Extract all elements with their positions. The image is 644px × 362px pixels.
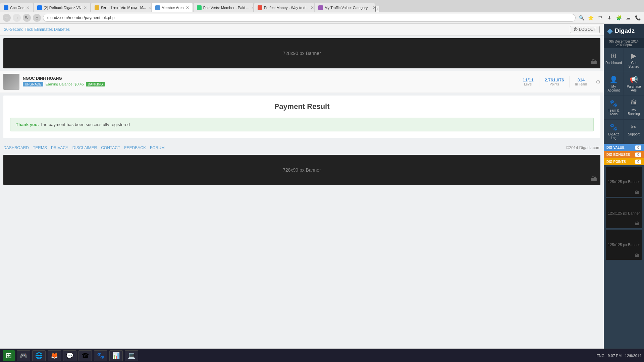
tab-favicon-coccoc	[4, 5, 8, 10]
sidebar-item-team-tools[interactable]: 🐾 Team & Tools	[604, 96, 624, 120]
small-banner-3-text: 125x125 px Banner	[608, 243, 640, 247]
taskbar-app-excel[interactable]: 📊	[109, 350, 123, 361]
download-icon[interactable]: ⬇	[606, 14, 613, 21]
earning-value: $0.45	[74, 82, 84, 86]
earning-balance: Earning Balance: $0.45	[45, 82, 84, 86]
ext-icon1[interactable]: 🧩	[615, 14, 623, 21]
tab-coccoc[interactable]: Coc Coc ✕	[0, 3, 33, 12]
start-button[interactable]: ⊞	[3, 350, 15, 361]
sidebar-item-my-account[interactable]: 👤 My Account	[604, 72, 624, 96]
logout-button[interactable]: ⏻ LOGOUT	[570, 26, 600, 33]
small-banner-2[interactable]: 125x125 px Banner 🏔	[606, 198, 642, 228]
tab-close-perfect[interactable]: ✕	[311, 5, 314, 10]
tab-favicon-paidverts	[197, 5, 202, 10]
top-banner[interactable]: 728x90 px Banner 🏔	[3, 38, 600, 68]
dig-value-count: 0	[635, 145, 641, 150]
tab-label-fb: (2) Refback Digadz.VN	[44, 6, 82, 10]
tab-favicon-traffic	[318, 5, 323, 10]
tab-fb[interactable]: (2) Refback Digadz.VN ✕	[34, 3, 91, 12]
bottom-banner[interactable]: 728x90 px Banner 🏔	[3, 155, 600, 185]
new-tab-button[interactable]: +	[375, 6, 379, 12]
taskbar-right: ENG 9:07 PM 12/9/2014	[596, 354, 641, 358]
footer-link-disclaimer[interactable]: DISCLAIMER	[72, 145, 97, 150]
small-banner-3[interactable]: 125x125 px Banner 🏔	[606, 230, 642, 260]
refresh-button[interactable]: ↻	[23, 14, 31, 22]
back-button[interactable]: ←	[3, 14, 11, 22]
settings-gear-icon[interactable]: ⚙	[596, 79, 600, 85]
tab-kiemtien[interactable]: Kiếm Tiền Trên Mạng - M... ✕	[91, 3, 151, 12]
sidebar-item-digadz-log[interactable]: 🐾 DigAdz Log	[604, 120, 624, 143]
support-icon: ✂	[631, 123, 637, 131]
sidebar-item-purchase-ads[interactable]: 📢 Purchase Ads	[624, 72, 644, 96]
skype-icon: ☎	[82, 352, 89, 359]
dig-points-count: 0	[635, 160, 641, 164]
tab-close-fb[interactable]: ✕	[84, 5, 87, 10]
dig-value-bar[interactable]: DIG VALUE 0	[604, 144, 644, 151]
ext-icon2[interactable]: ☁	[625, 14, 632, 21]
small-banner-3-icon: 🏔	[635, 252, 639, 258]
page-title: Payment Result	[10, 102, 594, 111]
footer-link-forum[interactable]: FORUM	[150, 145, 165, 150]
home-button[interactable]: ⌂	[33, 14, 41, 22]
sidebar-item-dashboard[interactable]: ⊞ Dashboard	[604, 48, 624, 72]
dashboard-icon: ⊞	[611, 52, 616, 60]
taskbar-app-chat[interactable]: 💬	[63, 350, 76, 361]
page-content: 30-Second Trick Eliminates Diabetes ⏻ LO…	[0, 24, 644, 362]
tab-perfect[interactable]: Perfect Money - Way to d... ✕	[254, 3, 314, 12]
sidebar-header: ◆ Digadz	[604, 24, 644, 38]
skype-icon[interactable]: 📞	[634, 14, 641, 21]
taskbar-app-game[interactable]: 🎮	[17, 350, 30, 361]
small-banner-1[interactable]: 125x125 px Banner 🏔	[606, 167, 642, 197]
shield-icon[interactable]: 🛡	[596, 14, 604, 21]
tab-close-kiemtien[interactable]: ✕	[148, 5, 151, 10]
tab-close-coccoc[interactable]: ✕	[26, 5, 30, 10]
tool-icon: 🐾	[97, 352, 104, 359]
sidebar-item-get-started[interactable]: ▶ Get Started	[624, 48, 644, 72]
upgrade-badge[interactable]: UPGRADE	[23, 82, 43, 86]
logout-label: LOGOUT	[579, 27, 596, 32]
taskbar-app-skype[interactable]: ☎	[78, 350, 92, 361]
bottom-banner-icon: 🏔	[591, 175, 597, 182]
my-banking-icon: 🏛	[631, 99, 637, 107]
tab-close-member[interactable]: ✕	[186, 5, 189, 10]
banking-badge[interactable]: BANKING	[86, 82, 105, 86]
taskbar-app-firefox[interactable]: 🦊	[48, 350, 61, 361]
dig-points-bar[interactable]: DIG POINTS 0	[604, 158, 644, 165]
tab-label-paidverts: PaidVerts: Member - Paid ...	[203, 6, 250, 10]
tab-close-traffic[interactable]: ✕	[373, 5, 375, 10]
forward-button[interactable]: →	[13, 14, 21, 22]
tab-label-perfect: Perfect Money - Way to d...	[264, 6, 309, 10]
firefox-icon: 🦊	[51, 352, 58, 359]
tab-member[interactable]: Member Area ✕	[152, 3, 193, 12]
taskbar-app-folder[interactable]: 💻	[125, 350, 138, 361]
footer-link-feedback[interactable]: FEEDBACK	[124, 145, 146, 150]
user-name: NGOC DINH HOANG	[23, 76, 514, 81]
star-icon[interactable]: ⭐	[587, 14, 594, 21]
tab-traffic[interactable]: My Traffic Value: Category... ✕	[315, 3, 375, 12]
my-account-icon: 👤	[609, 75, 618, 83]
tab-label-member: Member Area	[162, 6, 184, 10]
dig-value-label: DIG VALUE	[606, 146, 625, 149]
footer-link-privacy[interactable]: PRIVACY	[51, 145, 68, 150]
footer-link-contact[interactable]: CONTACT	[101, 145, 120, 150]
taskbar-app-chrome[interactable]: 🌐	[32, 350, 46, 361]
tab-paidverts[interactable]: PaidVerts: Member - Paid ... ✕	[193, 3, 254, 12]
footer-link-terms[interactable]: TERMS	[33, 145, 47, 150]
chrome-icon: 🌐	[35, 352, 43, 359]
sidebar-item-my-banking[interactable]: 🏛 My Banking	[624, 96, 644, 120]
sidebar-label-digadz-log: DigAdz Log	[605, 132, 622, 140]
dig-bonuses-bar[interactable]: DIG BONUSES 0	[604, 151, 644, 158]
footer-link-dashboard[interactable]: DASHBOARD	[3, 145, 29, 150]
success-message: The payment has been successfully regist…	[40, 122, 130, 127]
game-icon: 🎮	[20, 352, 27, 359]
small-banner-2-text: 125x125 px Banner	[608, 211, 640, 215]
address-input[interactable]	[43, 14, 576, 22]
taskbar-app-tool[interactable]: 🐾	[94, 350, 107, 361]
user-row: NGOC DINH HOANG UPGRADE Earning Balance:…	[0, 71, 604, 93]
top-ad-link[interactable]: 30-Second Trick Eliminates Diabetes	[4, 27, 70, 32]
sidebar-label-support: Support	[628, 132, 640, 136]
search-icon[interactable]: 🔍	[578, 14, 585, 21]
level-label: Level	[523, 82, 534, 86]
tab-close-paidverts[interactable]: ✕	[251, 5, 253, 10]
sidebar-item-support[interactable]: ✂ Support	[624, 120, 644, 143]
